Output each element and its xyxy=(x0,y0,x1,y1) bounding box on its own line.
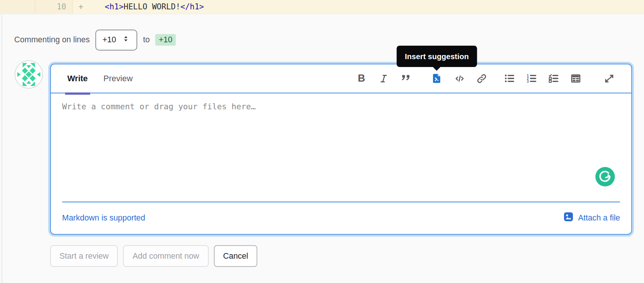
diff-old-line-gutter xyxy=(0,0,35,14)
comment-editor: Insert suggestion Write Preview B xyxy=(50,64,632,235)
markdown-toolbar: B xyxy=(350,68,620,89)
avatar xyxy=(14,60,43,89)
image-attachment-icon xyxy=(563,211,574,225)
add-comment-now-button[interactable]: Add comment now xyxy=(123,245,208,267)
to-label: to xyxy=(143,35,150,45)
code-button[interactable] xyxy=(448,68,470,89)
full-screen-icon xyxy=(604,73,614,84)
full-screen-button[interactable] xyxy=(598,68,620,89)
bullet-list-icon xyxy=(504,73,515,84)
italic-button[interactable] xyxy=(372,68,395,89)
task-list-icon xyxy=(548,73,559,84)
end-line-badge: +10 xyxy=(155,34,175,46)
insert-suggestion-icon xyxy=(431,73,442,84)
bold-button[interactable]: B xyxy=(350,68,372,89)
comment-textarea[interactable] xyxy=(62,99,622,199)
editor-tabs: Write Preview xyxy=(67,64,133,93)
start-line-value: +10 xyxy=(102,35,116,45)
insert-suggestion-button[interactable] xyxy=(426,68,448,89)
italic-icon xyxy=(379,74,389,83)
attach-file-link[interactable]: Attach a file xyxy=(563,211,620,225)
quote-button[interactable] xyxy=(395,68,417,89)
link-icon xyxy=(476,73,487,84)
markdown-supported-link[interactable]: Markdown is supported xyxy=(62,213,145,223)
numbered-list-button[interactable]: 123 xyxy=(521,68,543,89)
editor-header: Write Preview B xyxy=(51,64,631,94)
insert-suggestion-tooltip: Insert suggestion xyxy=(397,46,477,67)
editor-footer: Markdown is supported Attach a file xyxy=(62,203,620,233)
grammarly-badge[interactable] xyxy=(595,167,615,186)
attach-file-label: Attach a file xyxy=(578,213,620,223)
inline-comment-section: Commenting on lines +10 to +10 xyxy=(1,15,644,283)
diff-line-row: 10 + <h1>HELLO WORLD!</h1> xyxy=(0,0,644,14)
commenting-on-lines-row: Commenting on lines +10 to +10 xyxy=(14,29,176,51)
link-button[interactable] xyxy=(470,68,493,89)
html-close-tag: </h1> xyxy=(180,2,204,11)
diff-added-sign: + xyxy=(73,0,95,14)
bullet-list-button[interactable] xyxy=(499,68,521,89)
table-button[interactable] xyxy=(565,68,587,89)
diff-new-line-number[interactable]: 10 xyxy=(35,0,73,14)
comment-actions: Start a review Add comment now Cancel xyxy=(50,245,257,267)
table-icon xyxy=(570,73,581,84)
task-list-button[interactable] xyxy=(543,68,565,89)
html-open-tag: <h1> xyxy=(105,2,124,11)
quote-icon xyxy=(401,73,411,83)
code-text: HELLO WORLD! xyxy=(124,2,181,11)
code-icon xyxy=(454,73,465,84)
chevron-up-down-icon xyxy=(122,34,130,45)
tab-preview[interactable]: Preview xyxy=(104,64,133,93)
bold-icon: B xyxy=(358,73,365,84)
tab-write[interactable]: Write xyxy=(67,64,88,93)
cancel-button[interactable]: Cancel xyxy=(214,245,258,267)
diff-code-line: <h1>HELLO WORLD!</h1> xyxy=(105,0,204,14)
svg-text:3: 3 xyxy=(527,79,529,83)
numbered-list-icon: 123 xyxy=(526,73,537,84)
commenting-label: Commenting on lines xyxy=(14,35,90,45)
start-review-button[interactable]: Start a review xyxy=(50,245,118,267)
start-line-select[interactable]: +10 xyxy=(95,30,137,51)
